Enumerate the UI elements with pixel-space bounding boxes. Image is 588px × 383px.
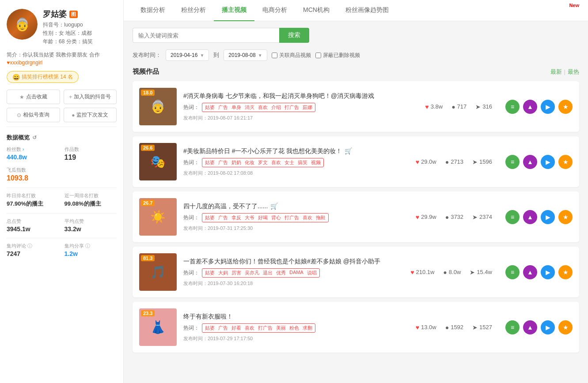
fans-arrow-icon[interactable]: › [23,147,24,152]
add-tiktok-button[interactable]: + 加入我的抖音号 [64,90,117,104]
star-action-button[interactable]: ★ [558,320,573,334]
title-text: #美妆新品特价日 #一不小心乐开了花 我也想化美美的妆！ [183,147,342,156]
tag[interactable]: 打广告 [258,325,273,331]
tag[interactable]: DAMA [289,270,303,276]
refresh-icon[interactable]: ↺ [32,135,37,141]
star-action-button[interactable]: ★ [558,210,573,224]
tab-ecommerce[interactable]: 电商分析 [254,0,295,21]
tab-mcn-label: MCN机构 [303,6,330,13]
tab-fans-image[interactable]: 粉丝画像趋势图 [338,0,397,21]
video-thumbnail[interactable]: 🎭 26.6 [139,143,177,180]
tab-host-videos[interactable]: 播主视频 [214,0,254,21]
tag[interactable]: 大妈 [218,270,228,276]
tag[interactable]: 喜欢 [271,159,281,166]
tag[interactable]: 好看 [231,325,241,331]
search-button[interactable]: 搜索 [279,28,309,43]
checkbox-related-goods[interactable]: 关联商品视频 [272,52,311,59]
tag[interactable]: 消灭 [245,104,254,111]
tag[interactable]: 广告 [218,159,228,166]
tag[interactable]: 厉害 [231,270,241,276]
tag[interactable]: 求翻 [303,325,312,331]
tag[interactable]: 喜欢 [258,104,268,111]
menu-action-button[interactable]: ≡ [505,155,520,169]
cart-icon: 🛒 [270,202,278,211]
data-action-button[interactable]: ▲ [523,210,537,224]
star-action-button[interactable]: ★ [558,265,573,279]
monitor-button[interactable]: ● 监控下次发文 [64,108,117,122]
video-thumbnail[interactable]: 👵 18.0 [139,88,177,125]
date-to-select[interactable]: 2019-08-08 ▼ [224,49,267,61]
tag[interactable]: 茹娜 [303,104,312,111]
shares-info-icon[interactable]: ⓘ [85,243,90,249]
tag[interactable]: 姑婆 [205,270,215,276]
tag[interactable]: 好喝 [258,214,268,221]
play-action-button[interactable]: ▶ [541,155,555,169]
tag[interactable]: 广告 [218,214,228,221]
sort-newest-link[interactable]: 最新 [550,68,562,76]
data-action-button[interactable]: ▲ [523,320,537,334]
tag[interactable]: 姑婆 [205,325,215,331]
menu-action-button[interactable]: ≡ [505,210,520,224]
tag[interactable]: 姑婆 [205,159,215,166]
checkbox-related-goods-input[interactable] [272,53,277,58]
sort-hottest-link[interactable]: 最热 [568,68,579,76]
tag[interactable]: 搞笑 [298,159,307,166]
tag[interactable]: 喜欢 [245,325,254,331]
data-action-button[interactable]: ▲ [523,155,537,169]
tag[interactable]: 拖鞋 [316,214,326,221]
menu-action-button[interactable]: ≡ [505,100,520,114]
play-action-button[interactable]: ▶ [541,100,555,114]
tag[interactable]: 美丽 [276,325,286,331]
tag[interactable]: 优秀 [276,270,286,276]
tag[interactable]: 罗文 [258,159,268,166]
tag[interactable]: 单身 [231,104,241,111]
tab-mcn[interactable]: MCN机构 [295,0,338,21]
data-action-button[interactable]: ▲ [523,100,537,114]
tag[interactable]: 吴亦凡 [245,270,259,276]
comments-info-icon[interactable]: ⓘ [27,243,32,249]
video-thumbnail[interactable]: 🎵 81.3 [139,253,177,291]
checkbox-hide-deleted-input[interactable] [315,53,321,58]
collect-button[interactable]: ★ 点击收藏 [7,90,60,104]
menu-action-button[interactable]: ≡ [505,265,520,279]
date-from-select[interactable]: 2019-04-16 ▼ [166,49,209,61]
checkbox-hide-deleted[interactable]: 屏蔽已删除视频 [315,52,360,59]
fans-value[interactable]: 440.8w [7,154,59,161]
menu-action-button[interactable]: ≡ [505,320,520,334]
tag[interactable]: 拿反 [231,214,241,221]
tag[interactable]: 奶奶 [231,159,241,166]
tag[interactable]: 说唱 [307,270,317,276]
tag[interactable]: 视频 [311,159,321,166]
tab-fans-analysis[interactable]: 粉丝分析 [173,0,214,21]
tag[interactable]: 化妆 [245,159,254,166]
tag[interactable]: 打广告 [285,214,299,221]
play-action-button[interactable]: ▶ [541,320,555,334]
data-action-button[interactable]: ▲ [523,265,537,279]
tag[interactable]: 粉色 [289,325,299,331]
tag[interactable]: 打广告 [285,104,299,111]
profile-bio: 简介：你认我当姑婆 我教你要朋友 合作 ♥xxxibgdrgngirl [7,51,117,67]
tag[interactable]: 大爷 [245,214,254,221]
star-action-button[interactable]: ★ [558,155,573,169]
search-input[interactable] [133,28,279,43]
tag[interactable]: 退出 [263,270,273,276]
similar-button[interactable]: ⊙ 相似号查询 [7,108,60,122]
tab-data-analysis[interactable]: 数据分析 [133,0,173,21]
video-thumbnail[interactable]: 👗 23.3 [139,308,177,346]
video-thumbnail[interactable]: ☀️ 26.7 [139,198,177,236]
stat-works: 作品数 119 [64,146,117,161]
play-action-button[interactable]: ▶ [541,210,555,224]
tag[interactable]: 姑婆 [205,104,215,111]
tag[interactable]: 介绍 [271,104,281,111]
tag[interactable]: 广告 [218,325,228,331]
star-action-button[interactable]: ★ [558,100,573,114]
tag[interactable]: 姑婆 [205,214,215,221]
tag[interactable]: 广告 [218,104,228,111]
tag[interactable]: 背心 [271,214,281,221]
profile-link[interactable]: ♥xxxibgdrgngirl [7,60,42,66]
play-action-button[interactable]: ▶ [541,265,555,279]
stats-grid-3: 昨日排名打败 97.90%的播主 近一周排名打败 99.08%的播主 [7,192,117,208]
tab-host-videos-label: 播主视频 [222,6,247,13]
tag[interactable]: 女士 [285,159,294,166]
tag[interactable]: 喜欢 [303,214,312,221]
